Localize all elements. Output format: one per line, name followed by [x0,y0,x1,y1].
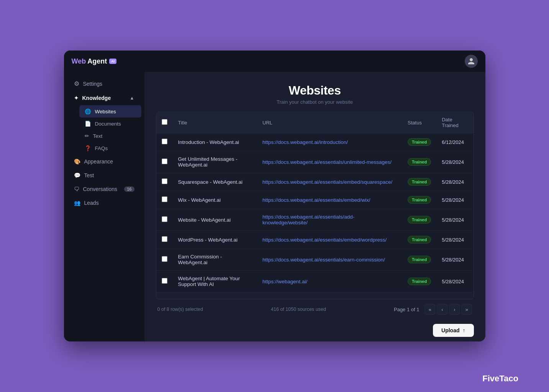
sidebar-item-websites[interactable]: 🌐 Websites [79,105,141,118]
url-link-7[interactable]: https://webagent.ai/ [262,279,307,284]
main-content: Websites Train your chatbot on your webs… [144,72,485,341]
row-checkbox-0[interactable] [162,139,167,144]
user-avatar[interactable] [465,55,478,68]
table-row: WebAgent | Automate Your Support With AI… [156,271,474,292]
url-link-5[interactable]: https://docs.webagent.ai/essentials/embe… [262,237,387,243]
row-date: 5/28/2024 [436,249,473,271]
row-checkbox-cell[interactable] [156,151,173,173]
websites-icon: 🌐 [85,108,91,114]
logo-badge: AI [109,59,116,64]
table-body: Introduction - WebAgent.ai https://docs.… [156,133,474,292]
sidebar-section-knowledge[interactable]: ✦ Knowledge ▲ [67,91,141,105]
sidebar-item-conversations[interactable]: 🗨 Conversations 16 [67,183,141,196]
url-link-0[interactable]: https://docs.webagent.ai/introduction/ [262,139,348,145]
url-link-3[interactable]: https://docs.webagent.ai/essentials/embe… [262,197,370,203]
row-checkbox-cell[interactable] [156,231,173,249]
page-header: Websites Train your chatbot on your webs… [144,72,485,112]
row-date: 6/12/2024 [436,133,473,151]
sidebar-item-test[interactable]: 💬 Test [67,169,141,182]
text-icon: ✏ [85,133,89,139]
bottom-bar: Upload ↑ [144,319,485,341]
app-body: ⚙ Settings ✦ Knowledge ▲ 🌐 Websites 📄 Do… [64,72,485,341]
prev-page-button[interactable]: ‹ [437,304,447,315]
row-checkbox-cell[interactable] [156,173,173,191]
websites-table: Title URL Status Date Trained Introducti… [156,112,474,292]
row-checkbox-3[interactable] [162,196,167,202]
appearance-label: Appearance [84,158,113,165]
url-link-2[interactable]: https://docs.webagent.ai/essentials/embe… [262,179,392,185]
row-url[interactable]: https://docs.webagent.ai/essentials/add-… [257,209,402,231]
row-date: 5/28/2024 [436,231,473,249]
row-status: Trained [402,173,436,191]
documents-icon: 📄 [85,121,91,127]
logo: WebAgent AI [72,57,117,65]
row-url[interactable]: https://docs.webagent.ai/essentials/embe… [257,191,402,209]
row-title: Website - WebAgent.ai [173,209,257,231]
select-all-checkbox[interactable] [162,119,167,125]
status-badge: Trained [408,138,431,146]
logo-agent: Agent [87,57,107,65]
row-checkbox-7[interactable] [162,278,167,284]
row-checkbox-cell[interactable] [156,271,173,292]
row-title: WordPress - WebAgent.ai [173,231,257,249]
row-checkbox-1[interactable] [162,158,167,164]
table-row: Introduction - WebAgent.ai https://docs.… [156,133,474,151]
conversations-label: Conversations [83,186,118,192]
next-page-button[interactable]: › [449,304,460,315]
rows-selected-label: 0 of 8 row(s) selected [157,307,203,312]
sidebar-item-leads[interactable]: 👥 Leads [67,196,141,209]
status-badge: Trained [408,216,431,224]
row-checkbox-5[interactable] [162,236,167,242]
sidebar-item-appearance[interactable]: 🎨 Appearance [67,155,141,168]
sidebar-item-faqs[interactable]: ❓ FAQs [79,142,141,154]
page-subtitle: Train your chatbot on your website [144,99,485,105]
row-checkbox-cell[interactable] [156,133,173,151]
row-url[interactable]: https://docs.webagent.ai/essentials/unli… [257,151,402,173]
row-status: Trained [402,151,436,173]
conversations-badge: 16 [124,186,134,192]
row-url[interactable]: https://webagent.ai/ [257,271,402,292]
row-checkbox-cell[interactable] [156,249,173,271]
row-status: Trained [402,191,436,209]
upload-button-label: Upload [441,327,459,333]
titlebar: WebAgent AI [64,51,485,72]
url-link-1[interactable]: https://docs.webagent.ai/essentials/unli… [262,159,392,165]
status-badge: Trained [408,178,431,186]
leads-label: Leads [84,200,99,206]
row-url[interactable]: https://docs.webagent.ai/essentials/embe… [257,173,402,191]
row-url[interactable]: https://docs.webagent.ai/essentials/earn… [257,249,402,271]
sidebar-item-documents[interactable]: 📄 Documents [79,118,141,130]
table-wrapper: Title URL Status Date Trained Introducti… [156,112,474,299]
leads-icon: 👥 [74,200,80,206]
row-date: 5/28/2024 [436,209,473,231]
url-link-4[interactable]: https://docs.webagent.ai/essentials/add-… [262,214,354,225]
row-checkbox-4[interactable] [162,216,167,222]
url-link-6[interactable]: https://docs.webagent.ai/essentials/earn… [262,257,385,263]
col-status-header: Status [402,112,436,133]
col-url-header: URL [257,112,402,133]
row-title: Squarespace - WebAgent.ai [173,173,257,191]
test-label: Test [84,172,94,178]
knowledge-label: Knowledge [82,95,111,101]
row-checkbox-cell[interactable] [156,191,173,209]
first-page-button[interactable]: « [424,304,435,315]
row-url[interactable]: https://docs.webagent.ai/essentials/embe… [257,231,402,249]
row-checkbox-2[interactable] [162,178,167,184]
row-date: 5/28/2024 [436,271,473,292]
table-container: Title URL Status Date Trained Introducti… [156,112,474,319]
page-title: Websites [144,83,485,98]
sidebar-item-settings[interactable]: ⚙ Settings [67,77,141,91]
row-checkbox-6[interactable] [162,256,167,262]
logo-web: Web [72,57,86,65]
sidebar-item-text[interactable]: ✏ Text [79,130,141,142]
sources-used-label: 416 of 1050 sources used [271,307,326,312]
row-date: 5/28/2024 [436,151,473,173]
row-title: Get Unlimited Messages - WebAgent.ai [173,151,257,173]
row-status: Trained [402,271,436,292]
upload-button[interactable]: Upload ↑ [433,324,474,337]
row-date: 5/28/2024 [436,173,473,191]
last-page-button[interactable]: » [461,304,472,315]
row-url[interactable]: https://docs.webagent.ai/introduction/ [257,133,402,151]
status-badge: Trained [408,278,431,285]
row-checkbox-cell[interactable] [156,209,173,231]
